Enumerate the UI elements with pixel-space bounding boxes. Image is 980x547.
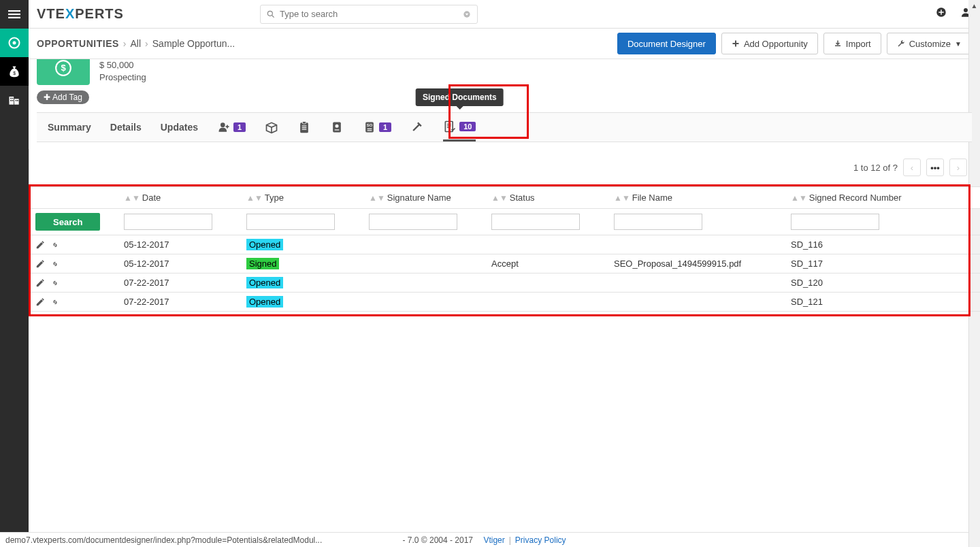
filter-signature[interactable] — [369, 214, 457, 230]
edit-icon[interactable] — [35, 297, 45, 307]
cell-file — [607, 274, 784, 293]
col-file-name[interactable]: ▲▼File Name — [607, 187, 784, 209]
hammer-icon — [410, 120, 424, 134]
signed-badge: 10 — [459, 122, 476, 131]
cell-file — [607, 293, 784, 312]
pager-text: 1 to 12 of ? — [853, 163, 898, 173]
add-opportunity-button[interactable]: Add Opportunity — [721, 33, 818, 54]
cell-file: SEO_Proposal_1494599915.pdf — [607, 254, 784, 274]
link-icon[interactable] — [50, 278, 60, 288]
table-row[interactable]: 07-22-2017 Opened SD_121 — [29, 293, 980, 312]
footer-vtiger-link[interactable]: Vtiger — [483, 535, 504, 545]
quick-create-icon[interactable] — [935, 6, 947, 22]
svg-rect-7 — [14, 99, 19, 104]
cell-record: SD_120 — [784, 274, 980, 293]
search-dropdown-icon[interactable] — [462, 10, 472, 19]
filter-record[interactable] — [791, 214, 879, 230]
col-date[interactable]: ▲▼Date — [117, 187, 240, 209]
sort-icon: ▲▼ — [369, 197, 385, 200]
import-button[interactable]: Import — [823, 33, 881, 54]
filter-status[interactable] — [491, 214, 580, 230]
tab-documents[interactable] — [297, 113, 311, 142]
table-row[interactable]: 07-22-2017 Opened SD_120 — [29, 274, 980, 293]
add-tag-button[interactable]: ✚ Add Tag — [37, 90, 89, 104]
table-search-button[interactable]: Search — [35, 213, 100, 231]
scroll-up-arrow[interactable]: ▲ — [968, 0, 980, 12]
svg-rect-9 — [12, 98, 14, 99]
table-row[interactable]: 05-12-2017 Opened SD_116 — [29, 235, 980, 254]
svg-point-4 — [13, 42, 16, 45]
pager-row: 1 to 12 of ? ‹ ••• › — [29, 149, 980, 186]
filter-type[interactable] — [246, 214, 335, 230]
nav-money-bag-icon[interactable]: $ — [0, 57, 29, 86]
tab-updates[interactable]: Updates — [161, 113, 198, 142]
clipboard-icon — [297, 120, 311, 134]
tab-contacts[interactable]: 1 — [217, 113, 246, 142]
svg-rect-31 — [302, 126, 307, 127]
link-icon[interactable] — [50, 297, 60, 307]
customize-button[interactable]: Customize ▼ — [887, 33, 972, 54]
cell-record: SD_121 — [784, 293, 980, 312]
svg-point-35 — [336, 125, 339, 128]
cell-date: 07-22-2017 — [117, 293, 240, 312]
svg-rect-32 — [302, 127, 307, 128]
top-bar: VTEXPERTS — [29, 0, 980, 29]
tab-summary[interactable]: Summary — [48, 113, 91, 142]
col-record-number[interactable]: ▲▼Signed Record Number — [784, 187, 980, 209]
edit-icon[interactable] — [35, 278, 45, 288]
logo-text-pre: VTE — [37, 6, 65, 21]
so-badge: 1 — [379, 122, 391, 132]
breadcrumb-sep: › — [145, 38, 148, 49]
cell-record: SD_117 — [784, 254, 980, 274]
pager-more[interactable]: ••• — [926, 159, 944, 176]
tab-quotes[interactable] — [330, 113, 344, 142]
svg-rect-44 — [447, 127, 450, 127]
link-icon[interactable] — [50, 240, 60, 250]
global-search[interactable] — [260, 5, 478, 24]
tab-products[interactable] — [265, 113, 278, 142]
search-input[interactable] — [280, 9, 462, 19]
edit-icon[interactable] — [35, 259, 45, 269]
search-icon — [266, 10, 276, 19]
svg-text:$: $ — [61, 63, 66, 73]
svg-rect-23 — [835, 46, 840, 47]
hamburger-menu[interactable] — [0, 0, 29, 29]
link-icon[interactable] — [50, 259, 60, 269]
pager-prev[interactable]: ‹ — [903, 159, 921, 176]
table-row[interactable]: 05-12-2017 Signed Accept SEO_Proposal_14… — [29, 254, 980, 274]
filter-date[interactable] — [124, 214, 212, 230]
action-row: OPPORTUNITIES › All › Sample Opportun...… — [29, 29, 980, 59]
svg-point-14 — [267, 11, 272, 16]
left-nav: $ — [0, 0, 29, 547]
breadcrumb-all[interactable]: All — [131, 38, 142, 49]
svg-rect-0 — [8, 10, 20, 12]
svg-rect-13 — [17, 100, 18, 101]
logo: VTEXPERTS — [37, 6, 124, 22]
document-designer-button[interactable]: Document Designer — [617, 33, 716, 54]
sort-icon: ▲▼ — [246, 197, 263, 200]
breadcrumb-module[interactable]: OPPORTUNITIES — [37, 38, 119, 49]
quote-icon — [330, 120, 344, 134]
col-status[interactable]: ▲▼Status — [485, 187, 607, 209]
cell-signature — [362, 235, 485, 254]
tab-signed-documents[interactable]: Signed Documents 10 — [443, 113, 476, 142]
cell-type: Signed — [246, 258, 279, 269]
filter-file[interactable] — [614, 214, 702, 230]
sort-icon: ▲▼ — [614, 197, 630, 200]
pager-next[interactable]: › — [949, 159, 967, 176]
tab-services[interactable] — [410, 113, 424, 142]
footer-privacy-link[interactable]: Privacy Policy — [515, 535, 566, 545]
edit-icon[interactable] — [35, 240, 45, 250]
wrench-icon — [897, 39, 905, 48]
col-signature-name[interactable]: ▲▼Signature Name — [362, 187, 485, 209]
col-type[interactable]: ▲▼Type — [240, 187, 362, 209]
import-label: Import — [846, 39, 871, 49]
plus-icon — [732, 39, 740, 48]
customize-label: Customize — [909, 39, 951, 49]
contacts-badge: 1 — [233, 122, 246, 132]
nav-target-icon[interactable] — [0, 29, 29, 57]
tab-details[interactable]: Details — [110, 113, 142, 142]
nav-buildings-icon[interactable] — [0, 86, 29, 114]
svg-rect-39 — [368, 129, 372, 129]
tab-sales-orders[interactable]: SO 1 — [363, 113, 391, 142]
